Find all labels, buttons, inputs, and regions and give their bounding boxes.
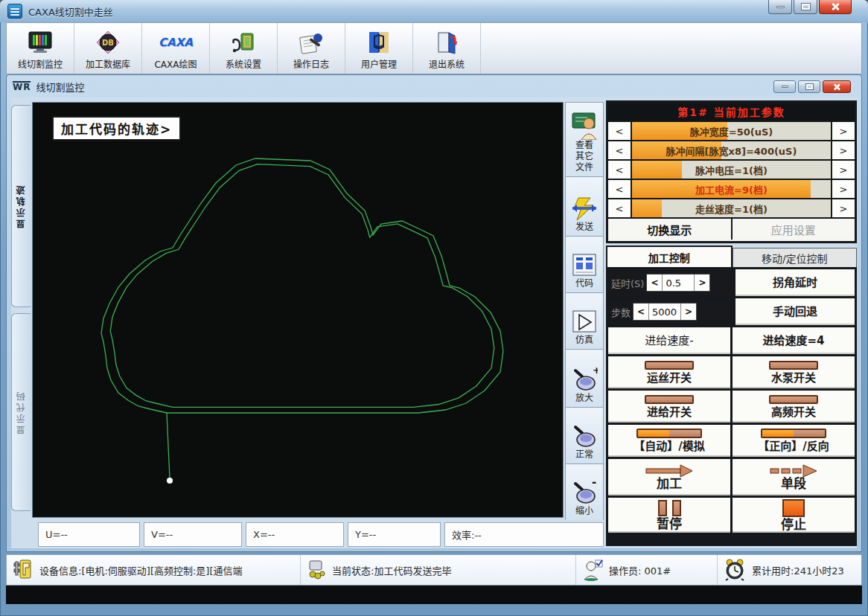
feed-speed-value-button[interactable]: 进给速度=4 [733,327,855,354]
param-increase-button[interactable]: > [832,161,855,179]
minimize-button[interactable] [768,0,792,14]
view-other-files-button[interactable]: 查看其它文件 [565,102,604,176]
forward-reverse-toggle-button[interactable]: 【正向】/反向 [733,425,855,457]
delay-value-field[interactable]: 0.5 [662,275,695,291]
wire-run-switch-button[interactable]: 运丝开关 [608,356,730,388]
tab-show-code[interactable]: 显示代码 [11,313,31,511]
control-tab-strip: 加工控制 移动/定位控制 [606,246,857,267]
param-decrease-button[interactable]: < [608,141,631,159]
stop-button[interactable]: 停止 [733,498,855,533]
coord-x: X=-- [246,522,344,547]
minimize-icon [776,6,785,8]
toggle-bar-icon [761,429,826,438]
manual-backoff-button[interactable]: 手动回退 [735,298,855,325]
canvas-side-toolbar: 查看其它文件 发送 代码 [565,102,604,544]
child-minimize-button[interactable] [773,80,796,93]
toolbar-button-exit[interactable]: 退出系统 [413,23,481,74]
stop-icon [782,499,805,517]
delay-stepper: < 0.5 > [646,274,710,292]
param-decrease-button[interactable]: < [608,199,631,217]
stepper-increase-button[interactable]: > [681,304,696,320]
maximize-button[interactable] [794,0,817,14]
simulate-icon [571,309,598,335]
apply-settings-button[interactable]: 应用设置 [733,219,855,240]
tab-machining-control[interactable]: 加工控制 [606,246,733,267]
steps-label: 步数 [611,305,631,319]
feed-switch-button[interactable]: 进给开关 [608,391,730,423]
database-icon: DB [95,30,121,55]
param-bar: 脉冲电压=1(档) [631,161,832,179]
toolbar-button-operation-log[interactable]: 操作日志 [278,23,345,74]
param-increase-button[interactable]: > [832,122,855,140]
zoom-normal-button[interactable]: 正常 [565,407,604,463]
toolbar-button-database[interactable]: DB 加工数据库 [74,23,142,74]
svg-text:+: + [593,366,598,376]
param-bar: 加工电流=9(档) [631,180,832,198]
param-decrease-button[interactable]: < [608,180,631,198]
hf-switch-button[interactable]: 高频开关 [733,391,855,423]
view-other-files-icon [571,112,598,140]
delay-label: 延时(S) [611,276,644,290]
stepper-increase-button[interactable]: > [695,275,709,291]
zoom-out-icon: - [571,479,598,506]
water-pump-switch-button[interactable]: 水泵开关 [733,356,855,388]
toolbar-button-caxa-draw[interactable]: CAXA CAXA绘图 [142,23,210,74]
child-close-button[interactable] [823,80,851,93]
toggle-row: 【自动】/模拟 【正向】/反向 [608,425,855,457]
param-row-work-current: < 加工电流=9(档) > [608,179,855,198]
operator-section: 操作员: 001# [576,555,718,585]
pause-button[interactable]: 暂停 [608,498,730,533]
monitor-icon [28,30,53,55]
stepper-decrease-button[interactable]: < [634,304,648,320]
auto-simulate-toggle-button[interactable]: 【自动】/模拟 [608,425,730,457]
child-window-title: 线切割监控 [36,80,84,94]
toolbar-button-wirecut-monitor[interactable]: 线切割监控 [7,23,74,74]
toolbar-button-user-manage[interactable]: 用户管理 [345,23,413,74]
toolbar-label: 用户管理 [361,57,397,70]
trajectory-canvas[interactable]: 加工代码的轨迹> [32,102,564,518]
operator-text: 操作员: 001# [609,563,671,577]
app-title: CAXA线切割中走丝 [28,4,113,19]
feed-speed-minus-button[interactable]: 进给速度- [608,327,730,354]
corner-delay-button[interactable]: 拐角延时 [735,269,855,296]
param-increase-button[interactable]: > [832,199,855,217]
stepper-decrease-button[interactable]: < [647,275,662,291]
param-decrease-button[interactable]: < [608,161,631,179]
switch-display-button[interactable]: 切换显示 [608,219,733,240]
toolbar-label: CAXA绘图 [154,57,197,70]
steps-value-field[interactable]: 5000 [648,304,681,320]
tab-show-trajectory[interactable]: 显示轨迹 [11,105,31,307]
system-settings-icon [231,30,256,55]
coord-efficiency: 效率:-- [444,522,604,547]
operator-icon [582,559,603,581]
wr-window-icon: WR [13,81,31,92]
toggle-bar-icon [636,429,702,438]
child-title-bar: WR 线切割监控 [7,75,861,97]
zoom-in-button[interactable]: + 放大 [565,349,604,407]
child-maximize-button[interactable] [798,80,820,93]
monitor-child-window: WR 线切割监控 显示轨迹 显示代码 加工代码的轨迹> [6,74,862,552]
tab-move-position-control[interactable]: 移动/定位控制 [733,248,858,267]
zoom-out-button[interactable]: - 缩小 [565,463,604,520]
caxa-logo-icon: CAXA [163,30,188,55]
toolbar-button-system-settings[interactable]: 系统设置 [210,23,278,74]
main-toolbar: 线切割监控 DB 加工数据库 CAXA CAXA绘图 系统设置 操作日志 [6,22,862,74]
single-step-button[interactable]: 单段 [733,459,855,495]
corner-delay-row: 延时(S) < 0.5 > 拐角延时 [608,269,855,296]
param-increase-button[interactable]: > [832,141,855,159]
svg-text:DB: DB [102,39,114,47]
device-info-section: 设备信息:[电机:伺服驱动][高频控制:是][通信端 [7,555,301,585]
send-button[interactable]: 发送 [565,176,604,236]
current-status-text: 当前状态:加工代码发送完毕 [332,563,451,577]
pause-icon [658,500,681,516]
close-icon [833,83,840,90]
code-button[interactable]: 代码 [565,236,604,292]
process-button[interactable]: 加工 [608,459,730,495]
maximize-icon [806,84,813,89]
close-button[interactable] [819,0,852,14]
simulate-button[interactable]: 仿真 [565,292,604,349]
toolbar-label: 系统设置 [226,57,261,70]
param-increase-button[interactable]: > [832,180,855,198]
param-decrease-button[interactable]: < [608,122,631,140]
param-row-wire-speed: < 走丝速度=1(档) > [608,198,855,217]
